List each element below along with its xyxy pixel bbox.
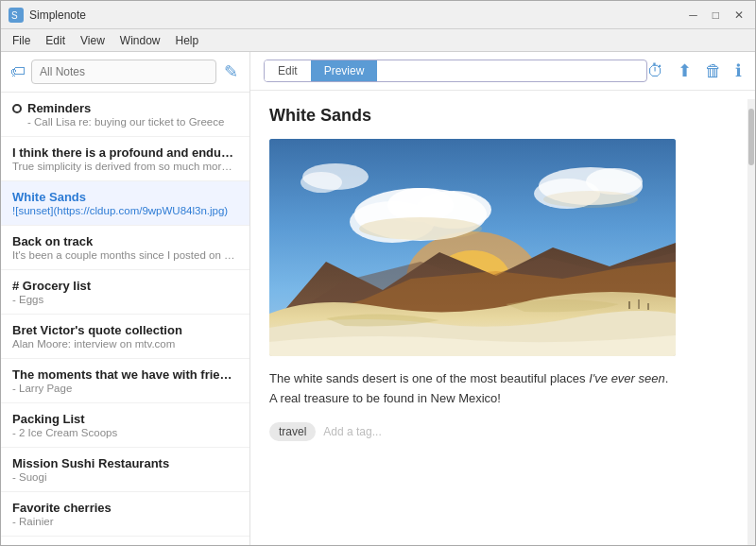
list-item-packing[interactable]: Packing List - 2 Ice Cream Scoops bbox=[1, 403, 249, 448]
list-item-back-on-track[interactable]: Back on track It's been a couple months … bbox=[1, 226, 249, 270]
note-title: I think there is a profound and enduring bbox=[12, 145, 238, 160]
note-description: The white sands desert is one of the mos… bbox=[269, 369, 676, 409]
note-title: Back on track bbox=[12, 234, 238, 248]
preview-button[interactable]: Preview bbox=[311, 60, 378, 81]
svg-rect-22 bbox=[638, 299, 640, 309]
reminder-dot bbox=[12, 104, 22, 113]
note-subtitle: - Larry Page bbox=[12, 383, 238, 394]
notes-list: Reminders - Call Lisa re: buying our tic… bbox=[1, 93, 249, 546]
note-view: White Sands bbox=[250, 91, 755, 546]
note-title: Packing List bbox=[12, 412, 238, 426]
note-title: Favorite cherries bbox=[12, 501, 238, 515]
note-subtitle: - Suogi bbox=[12, 471, 238, 483]
note-title: Bret Victor's quote collection bbox=[12, 323, 238, 337]
menu-file[interactable]: File bbox=[7, 32, 36, 49]
note-subtitle: - Eggs bbox=[12, 294, 238, 305]
note-title: White Sands bbox=[269, 106, 736, 126]
tag-travel[interactable]: travel bbox=[269, 422, 316, 441]
svg-point-16 bbox=[359, 217, 482, 240]
note-subtitle: True simplicity is derived from so much … bbox=[12, 161, 238, 172]
reminder-content: Reminders - Call Lisa re: buying our tic… bbox=[27, 101, 238, 128]
share-icon[interactable]: ⬆ bbox=[678, 60, 692, 81]
info-icon[interactable]: ℹ bbox=[735, 60, 742, 81]
close-button[interactable]: ✕ bbox=[730, 9, 747, 22]
window-title: Simplenote bbox=[29, 9, 685, 22]
svg-point-15 bbox=[301, 172, 342, 193]
svg-point-17 bbox=[543, 191, 638, 208]
title-bar: S Simplenote ─ □ ✕ bbox=[1, 1, 755, 29]
app-body: 🏷 ✎ Reminders - Call Lisa re: buying our… bbox=[1, 52, 755, 546]
list-item-cherries[interactable]: Favorite cherries - Rainier bbox=[1, 492, 249, 537]
tag-icon[interactable]: 🏷 bbox=[10, 63, 26, 80]
menu-edit[interactable]: Edit bbox=[40, 32, 71, 49]
list-item-grocery[interactable]: # Grocery list - Eggs bbox=[1, 270, 249, 315]
trash-icon[interactable]: 🗑 bbox=[705, 61, 722, 81]
tags-row: travel Add a tag... bbox=[269, 422, 736, 441]
svg-rect-21 bbox=[628, 301, 630, 309]
menu-bar: File Edit View Window Help bbox=[1, 29, 755, 52]
note-subtitle: ![sunset](https://cldup.com/9wpWU84l3n.j… bbox=[12, 205, 238, 216]
svg-text:S: S bbox=[11, 10, 18, 21]
note-subtitle: Alan Moore: interview on mtv.com bbox=[12, 338, 238, 350]
reminder-title: Reminders bbox=[27, 101, 238, 115]
svg-point-10 bbox=[387, 188, 454, 222]
list-item-reminders[interactable]: Reminders - Call Lisa re: buying our tic… bbox=[1, 93, 249, 137]
reminder-subtitle: - Call Lisa re: buying our ticket to Gre… bbox=[27, 116, 238, 128]
toolbar-left: Edit Preview bbox=[264, 60, 647, 82]
window-controls[interactable]: ─ □ ✕ bbox=[685, 9, 747, 22]
history-icon[interactable]: ⏱ bbox=[647, 61, 664, 81]
maximize-button[interactable]: □ bbox=[709, 9, 723, 22]
note-title: # Grocery list bbox=[12, 279, 238, 293]
right-scrollbar[interactable] bbox=[747, 99, 755, 546]
menu-help[interactable]: Help bbox=[170, 32, 205, 49]
note-title: Mission Sushi Restaurants bbox=[12, 456, 238, 470]
svg-point-13 bbox=[586, 168, 643, 195]
note-title: The moments that we have with friends ..… bbox=[12, 367, 238, 382]
add-tag-input[interactable]: Add a tag... bbox=[323, 425, 381, 438]
app-icon: S bbox=[9, 8, 24, 23]
list-item-sushi[interactable]: Mission Sushi Restaurants - Suogi bbox=[1, 448, 249, 492]
scrollbar-thumb[interactable] bbox=[748, 109, 754, 165]
list-item-bret-victor[interactable]: Bret Victor's quote collection Alan Moor… bbox=[1, 315, 249, 359]
note-italic: I've ever seen bbox=[589, 371, 665, 385]
svg-rect-23 bbox=[647, 303, 649, 310]
menu-window[interactable]: Window bbox=[114, 32, 166, 49]
main-content: Edit Preview ⏱ ⬆ 🗑 ℹ White Sands bbox=[250, 52, 755, 546]
list-item-white-sands[interactable]: White Sands ![sunset](https://cldup.com/… bbox=[1, 181, 249, 226]
note-image bbox=[269, 139, 676, 356]
list-item-profound[interactable]: I think there is a profound and enduring… bbox=[1, 137, 249, 181]
sidebar-toolbar: 🏷 ✎ bbox=[1, 52, 249, 93]
note-subtitle: - 2 Ice Cream Scoops bbox=[12, 427, 238, 438]
note-subtitle: - Rainier bbox=[12, 516, 238, 527]
note-subtitle: It's been a couple months since I posted… bbox=[12, 249, 238, 261]
minimize-button[interactable]: ─ bbox=[685, 9, 701, 22]
edit-preview-toggle: Edit Preview bbox=[264, 60, 647, 82]
search-input[interactable] bbox=[31, 60, 216, 84]
sidebar: 🏷 ✎ Reminders - Call Lisa re: buying our… bbox=[1, 52, 250, 546]
new-note-button[interactable]: ✎ bbox=[222, 61, 240, 82]
edit-button[interactable]: Edit bbox=[265, 60, 311, 81]
main-toolbar: Edit Preview ⏱ ⬆ 🗑 ℹ bbox=[250, 52, 755, 91]
toolbar-right: ⏱ ⬆ 🗑 ℹ bbox=[647, 60, 742, 81]
list-item-moments[interactable]: The moments that we have with friends ..… bbox=[1, 359, 249, 403]
note-title: White Sands bbox=[12, 190, 238, 204]
menu-view[interactable]: View bbox=[75, 32, 111, 49]
